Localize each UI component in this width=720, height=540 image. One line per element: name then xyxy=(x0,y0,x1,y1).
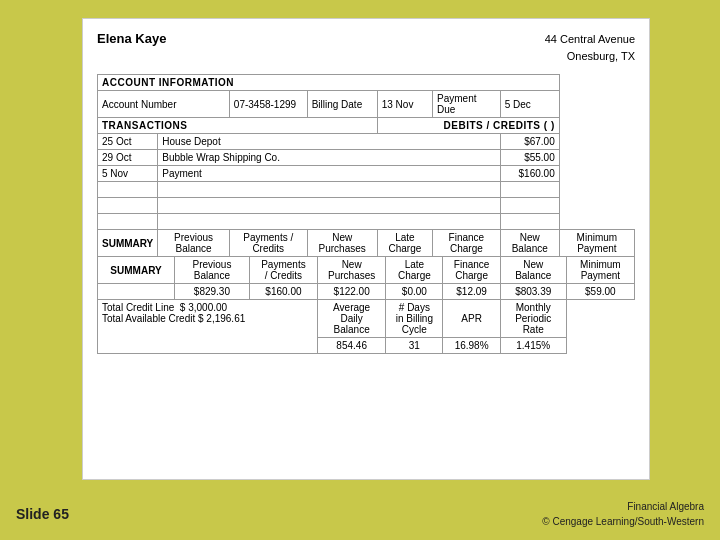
summary-values-data-row: $829.30 $160.00 $122.00 $0.00 $12.09 $80… xyxy=(98,284,635,300)
address-line2: Onesburg, TX xyxy=(567,50,635,62)
sum-prev-bal-label: PreviousBalance xyxy=(175,257,250,284)
summary-label2: SUMMARY xyxy=(98,257,175,284)
transaction-row-2: 29 Oct Bubble Wrap Shipping Co. $55.00 xyxy=(98,150,635,166)
sum-finance-val: $12.09 xyxy=(443,284,500,300)
sum-min-pay-label: MinimumPayment xyxy=(566,257,634,284)
tx4-amount xyxy=(500,182,559,198)
summary-values-table: SUMMARY PreviousBalance Payments/ Credit… xyxy=(97,256,635,354)
copyright-line1: Financial Algebra xyxy=(627,501,704,512)
payment-due-label: Payment Due xyxy=(433,91,501,118)
copyright-line2: © Cengage Learning/South-Western xyxy=(542,516,704,527)
tx1-amount: $67.00 xyxy=(500,134,559,150)
tx6-desc xyxy=(158,214,500,230)
sum-new-bal-label: NewBalance xyxy=(500,257,566,284)
total-avail-label: Total Available Credit xyxy=(102,313,195,324)
transaction-row-1: 25 Oct House Depot $67.00 xyxy=(98,134,635,150)
customer-name: Elena Kaye xyxy=(97,31,166,64)
account-number-label: Account Number xyxy=(98,91,230,118)
avg-daily-val: 854.46 xyxy=(318,338,386,354)
sum-payments-label: Payments/ Credits xyxy=(249,257,317,284)
transactions-label: TRANSACTIONS xyxy=(98,118,378,134)
customer-address: 44 Central Avenue Onesburg, TX xyxy=(545,31,635,64)
tx5-date xyxy=(98,198,158,214)
sum-late-label: LateCharge xyxy=(386,257,443,284)
statement-table: ACCOUNT INFORMATION Account Number 07-34… xyxy=(97,74,635,257)
payment-due-value: 5 Dec xyxy=(500,91,559,118)
summary-values-row: SUMMARY PreviousBalance Payments/ Credit… xyxy=(98,257,635,284)
sum-payments-val: $160.00 xyxy=(249,284,317,300)
tx3-desc: Payment xyxy=(158,166,500,182)
tx4-date xyxy=(98,182,158,198)
total-credit-label: Total Credit Line xyxy=(102,302,174,313)
apr-label: APR xyxy=(443,300,500,338)
billing-date-label: Billing Date xyxy=(307,91,377,118)
tx2-amount: $55.00 xyxy=(500,150,559,166)
summary-label: SUMMARY xyxy=(98,230,158,257)
tx1-date: 25 Oct xyxy=(98,134,158,150)
tx2-desc: Bubble Wrap Shipping Co. xyxy=(158,150,500,166)
summary-col-finance: Finance Charge xyxy=(433,230,501,257)
credit-info: Total Credit Line $ 3,000.00 Total Avail… xyxy=(98,300,318,354)
copyright: Financial Algebra © Cengage Learning/Sou… xyxy=(542,499,704,529)
billing-date-value: 13 Nov xyxy=(377,91,432,118)
account-info-label: ACCOUNT INFORMATION xyxy=(98,75,560,91)
summary-col-late: Late Charge xyxy=(377,230,432,257)
monthly-val: 1.415% xyxy=(500,338,566,354)
address-line1: 44 Central Avenue xyxy=(545,33,635,45)
summary-col-prev-bal: Previous Balance xyxy=(158,230,230,257)
transactions-header-row: TRANSACTIONS DEBITS / CREDITS ( ) xyxy=(98,118,635,134)
summary-col-new-bal: New Balance xyxy=(500,230,559,257)
sum-new-bal-val: $803.39 xyxy=(500,284,566,300)
tx4-desc xyxy=(158,182,500,198)
total-credit-val: $ 3,000.00 xyxy=(180,302,227,313)
tx1-desc: House Depot xyxy=(158,134,500,150)
credit-apr-row: Total Credit Line $ 3,000.00 Total Avail… xyxy=(98,300,635,338)
tx5-desc xyxy=(158,198,500,214)
header-row: Elena Kaye 44 Central Avenue Onesburg, T… xyxy=(97,31,635,64)
debits-credits-label: DEBITS / CREDITS ( ) xyxy=(377,118,559,134)
avg-daily-bal-label: AverageDailyBalance xyxy=(318,300,386,338)
tx3-amount: $160.00 xyxy=(500,166,559,182)
apr-val: 16.98% xyxy=(443,338,500,354)
account-info-section: ACCOUNT INFORMATION xyxy=(98,75,635,91)
tx2-date: 29 Oct xyxy=(98,150,158,166)
transaction-row-3: 5 Nov Payment $160.00 xyxy=(98,166,635,182)
tx6-date xyxy=(98,214,158,230)
tx5-amount xyxy=(500,198,559,214)
sum-finance-label: FinanceCharge xyxy=(443,257,500,284)
sum-prev-bal-val: $829.30 xyxy=(175,284,250,300)
tx6-amount xyxy=(500,214,559,230)
transaction-row-5 xyxy=(98,198,635,214)
account-details-row: Account Number 07-3458-1299 Billing Date… xyxy=(98,91,635,118)
account-number-value: 07-3458-1299 xyxy=(229,91,307,118)
summary-col-new-purch: New Purchases xyxy=(307,230,377,257)
sum-new-purch-val: $122.00 xyxy=(318,284,386,300)
summary-header-row: SUMMARY Previous Balance Payments / Cred… xyxy=(98,230,635,257)
sum-new-purch-label: NewPurchases xyxy=(318,257,386,284)
monthly-label: MonthlyPeriodicRate xyxy=(500,300,566,338)
footer-bar: Slide 65 Financial Algebra © Cengage Lea… xyxy=(0,488,720,540)
sum-min-pay-val: $59.00 xyxy=(566,284,634,300)
days-val: 31 xyxy=(386,338,443,354)
summary-col-min-pay: Minimum Payment xyxy=(559,230,634,257)
tx3-date: 5 Nov xyxy=(98,166,158,182)
transaction-row-4 xyxy=(98,182,635,198)
transaction-row-6 xyxy=(98,214,635,230)
slide-container: Elena Kaye 44 Central Avenue Onesburg, T… xyxy=(82,18,650,480)
total-avail-val: $ 2,196.61 xyxy=(198,313,245,324)
days-label: # Daysin BillingCycle xyxy=(386,300,443,338)
slide-number: Slide 65 xyxy=(16,506,69,522)
summary-col-payments: Payments / Credits xyxy=(229,230,307,257)
summary-label3 xyxy=(98,284,175,300)
sum-late-val: $0.00 xyxy=(386,284,443,300)
